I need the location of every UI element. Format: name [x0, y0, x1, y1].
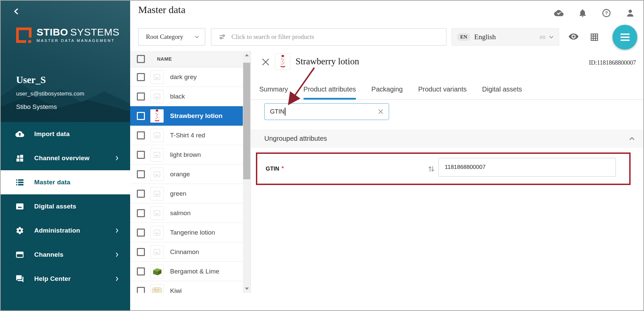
list-item[interactable]: dark grey [130, 67, 243, 87]
swap-vertical-icon[interactable] [427, 165, 436, 173]
logo-brand-bold: STIBO [37, 26, 68, 38]
filter-icon [218, 33, 227, 41]
scrollbar-thumb[interactable] [243, 63, 250, 179]
account-icon[interactable] [626, 8, 635, 18]
sidebar-item-help-center[interactable]: Help Center [1, 267, 130, 291]
menu-fab-button[interactable] [612, 25, 637, 50]
grid-view-icon[interactable] [590, 33, 599, 42]
product-search-input[interactable] [231, 33, 441, 41]
group-title: Ungrouped attributes [264, 135, 327, 142]
svg-text:?: ? [605, 10, 608, 16]
product-name: Bergamot & Lime [170, 268, 219, 275]
language-code: en [540, 34, 545, 41]
global-icons: ? [554, 8, 635, 18]
list-item[interactable]: Bergamot & Lime [130, 262, 243, 281]
sidebar-item-channels[interactable]: Channels [1, 243, 130, 267]
chevron-down-icon [548, 34, 554, 40]
page-title: Master data [138, 4, 185, 15]
row-checkbox[interactable] [137, 209, 145, 217]
notifications-icon[interactable] [578, 8, 587, 18]
product-name: salmon [170, 209, 191, 217]
sidebar-item-digital-assets[interactable]: Digital assets [1, 194, 130, 219]
dashboard-icon [15, 154, 24, 163]
detail-tabs: Summary Product attributes Packaging Pro… [251, 79, 643, 100]
row-checkbox[interactable] [137, 73, 145, 81]
image-placeholder-icon [150, 206, 164, 220]
gtin-value: 1181868800007 [445, 164, 486, 171]
language-badge: EN [457, 33, 470, 41]
sidebar-item-label: Import data [34, 130, 70, 138]
tab-product-variants[interactable]: Product variants [418, 79, 467, 100]
list-item-selected[interactable]: Strawberry lotion [130, 106, 243, 126]
product-name: light brown [170, 151, 201, 159]
stibo-logo: STIBOSYSTEMS MASTER DATA MANAGEMENT [15, 27, 119, 46]
image-placeholder-icon [150, 129, 164, 142]
sidebar-item-label: Help Center [34, 275, 71, 283]
sidebar-item-label: Channel overview [34, 154, 90, 162]
image-placeholder-icon [150, 90, 164, 103]
scroll-down-icon[interactable] [245, 288, 249, 290]
sidebar-nav: Import data Channel overview Master data [1, 122, 130, 310]
top-bar: Master data ? Root Category [130, 1, 643, 51]
logo-tagline: MASTER DATA MANAGEMENT [37, 39, 119, 43]
sidebar-item-import-data[interactable]: Import data [1, 122, 130, 146]
tab-digital-assets[interactable]: Digital assets [482, 79, 522, 100]
list-scrollbar[interactable] [243, 51, 251, 293]
product-name: green [170, 190, 186, 197]
chevron-up-icon[interactable] [629, 135, 635, 142]
list-item[interactable]: T-Shirt 4 red [130, 126, 243, 145]
sidebar-header-photo: STIBOSYSTEMS MASTER DATA MANAGEMENT User… [1, 1, 130, 122]
list-item[interactable]: light brown [130, 145, 243, 165]
attribute-search-value: GTIN [270, 108, 284, 115]
tab-label: Summary [259, 85, 288, 93]
row-checkbox[interactable] [137, 151, 145, 159]
image-placeholder-icon [150, 70, 164, 84]
image-placeholder-icon [150, 168, 164, 181]
sidebar-collapse-icon[interactable] [13, 7, 21, 15]
list-item[interactable]: Kiwi [130, 281, 243, 293]
sidebar-item-master-data[interactable]: Master data [1, 170, 130, 194]
attribute-search-input[interactable]: GTIN [264, 103, 389, 120]
tab-packaging[interactable]: Packaging [371, 79, 402, 100]
user-email: user_s@stibosystems.com [16, 90, 84, 97]
row-checkbox[interactable] [137, 267, 145, 275]
list-item[interactable]: orange [130, 165, 243, 184]
list-item[interactable]: Tangerine lotion [130, 223, 243, 242]
list-item[interactable]: salmon [130, 203, 243, 223]
attribute-group-header[interactable]: Ungrouped attributes [251, 129, 643, 148]
clear-search-icon[interactable] [377, 108, 384, 115]
list-item[interactable]: black [130, 87, 243, 106]
application-window: STIBOSYSTEMS MASTER DATA MANAGEMENT User… [0, 0, 644, 311]
language-selector[interactable]: EN English en [451, 28, 559, 46]
tab-product-attributes[interactable]: Product attributes [304, 79, 356, 100]
product-name: Tangerine lotion [170, 229, 215, 236]
scroll-up-icon[interactable] [245, 54, 249, 56]
sidebar-item-channel-overview[interactable]: Channel overview [1, 146, 130, 170]
tab-summary[interactable]: Summary [259, 79, 288, 100]
detail-title: Strawberry lotion [296, 56, 359, 67]
list-item[interactable]: Cinnamon [130, 242, 243, 262]
cloud-sync-icon[interactable] [554, 8, 564, 18]
preview-eye-icon[interactable] [568, 32, 579, 43]
tab-label: Packaging [371, 85, 402, 93]
list-item[interactable]: green [130, 184, 243, 203]
category-dropdown[interactable]: Root Category [138, 28, 205, 46]
user-organization: Stibo Systems [16, 103, 57, 111]
select-all-checkbox[interactable] [137, 55, 145, 63]
product-name: black [170, 93, 185, 100]
row-checkbox[interactable] [137, 92, 145, 101]
gtin-value-input[interactable]: 1181868800007 [438, 158, 616, 177]
row-checkbox[interactable] [137, 131, 145, 139]
help-icon[interactable]: ? [602, 8, 611, 18]
tab-label: Digital assets [482, 85, 522, 93]
close-icon[interactable] [261, 58, 270, 66]
row-checkbox[interactable] [137, 112, 145, 120]
row-checkbox[interactable] [137, 248, 145, 256]
annotation-highlight-box: GTIN* 1181868800007 [256, 152, 631, 185]
row-checkbox[interactable] [137, 287, 145, 293]
required-marker: * [282, 165, 284, 172]
row-checkbox[interactable] [137, 229, 145, 237]
row-checkbox[interactable] [137, 190, 145, 198]
row-checkbox[interactable] [137, 170, 145, 178]
sidebar-item-administration[interactable]: Administration [1, 219, 130, 243]
